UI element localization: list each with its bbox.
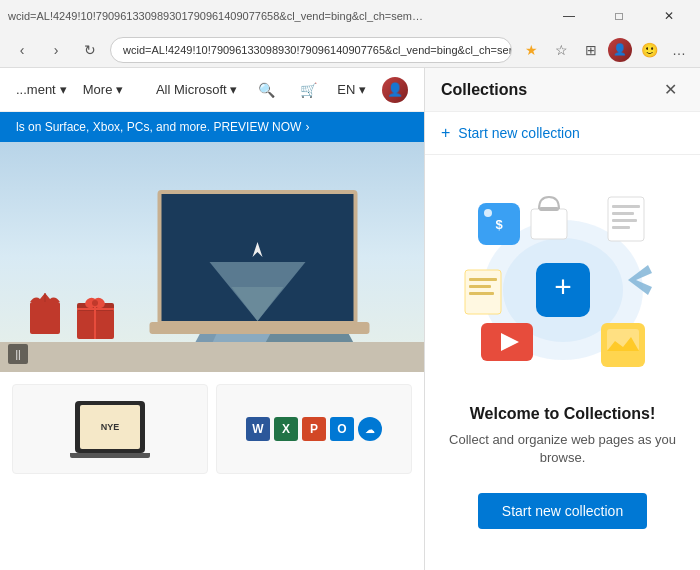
nav-lang-label: EN ▾ [337, 82, 366, 97]
site-avatar[interactable]: 👤 [382, 77, 408, 103]
title-bar-left: wcid=AL!4249!10!790961330989301790961409… [8, 10, 428, 22]
banner-arrow: › [305, 120, 309, 134]
nav-all-microsoft[interactable]: All Microsoft ▾ [156, 82, 237, 97]
powerpoint-icon: P [302, 417, 326, 441]
address-icons: ★ ☆ ⊞ 👤 🙂 … [518, 37, 692, 63]
svg-rect-32 [469, 278, 497, 281]
hero-area: || [0, 142, 424, 372]
start-new-collection-button[interactable]: Start new collection [478, 493, 647, 529]
address-bar: ‹ › ↻ wcid=AL!4249!10!79096133098930!790… [0, 32, 700, 68]
svg-rect-28 [612, 212, 634, 215]
site-nav: ...ment ▾ More ▾ All Microsoft ▾ 🔍 🛒 EN … [0, 68, 424, 112]
products-grid: NYE W X P O ☁ [0, 372, 424, 486]
onedrive-icon: ☁ [358, 417, 382, 441]
gift-shirt-svg [25, 287, 65, 337]
svg-rect-12 [30, 302, 60, 334]
svg-rect-43 [539, 207, 559, 211]
gift-box-svg [73, 287, 118, 342]
nav-item-more[interactable]: More ▾ [83, 82, 124, 97]
pause-button[interactable]: || [8, 344, 28, 364]
site-avatar-img: 👤 [387, 82, 403, 97]
tablet-screen-label: NYE [80, 405, 140, 449]
nav-item-ment[interactable]: ...ment ▾ [16, 82, 67, 97]
product-card-office[interactable]: W X P O ☁ [216, 384, 412, 474]
nav-item-more-label: More [83, 82, 113, 97]
svg-point-25 [484, 209, 492, 217]
collections-close-button[interactable]: ✕ [656, 76, 684, 104]
new-collection-label: Start new collection [458, 125, 579, 141]
welcome-desc: Collect and organize web pages as you br… [445, 431, 680, 467]
svg-rect-29 [612, 219, 637, 222]
title-bar-controls: — □ ✕ [546, 0, 692, 32]
product-card-tablet[interactable]: NYE [12, 384, 208, 474]
svg-rect-5 [0, 342, 424, 372]
emoji-icon[interactable]: 🙂 [636, 37, 662, 63]
site-banner: ls on Surface, Xbox, PCs, and more. PREV… [0, 112, 424, 142]
close-icon: ✕ [664, 80, 677, 99]
collections-toolbar-icon[interactable]: ⊞ [578, 37, 604, 63]
svg-rect-27 [612, 205, 640, 208]
address-text: wcid=AL!4249!10!79096133098930!790961409… [123, 44, 512, 56]
banner-text: ls on Surface, Xbox, PCs, and more. PREV… [16, 120, 301, 134]
nav-lang[interactable]: EN ▾ [337, 82, 366, 97]
welcome-title: Welcome to Collections! [445, 405, 680, 423]
site-cart-icon[interactable]: 🛒 [295, 77, 321, 103]
office-icons-group: W X P O ☁ [246, 417, 382, 441]
svg-rect-34 [469, 292, 494, 295]
tablet-illustration: NYE [70, 401, 150, 458]
title-bar-url: wcid=AL!4249!10!790961330989301790961409… [8, 10, 428, 22]
hero-bg: || [0, 142, 424, 372]
address-input[interactable]: wcid=AL!4249!10!79096133098930!790961409… [110, 37, 512, 63]
close-button[interactable]: ✕ [646, 0, 692, 32]
more-menu-icon[interactable]: … [666, 37, 692, 63]
browser-content: ...ment ▾ More ▾ All Microsoft ▾ 🔍 🛒 EN … [0, 68, 425, 570]
site-search-icon[interactable]: 🔍 [253, 77, 279, 103]
collections-body: $ [425, 155, 700, 570]
maximize-button[interactable]: □ [596, 0, 642, 32]
pause-icon: || [15, 349, 20, 360]
outlook-icon: O [330, 417, 354, 441]
svg-rect-42 [531, 209, 567, 239]
refresh-button[interactable]: ↻ [76, 36, 104, 64]
back-button[interactable]: ‹ [8, 36, 36, 64]
nav-caret-ment: ▾ [60, 82, 67, 97]
avatar-initial: 👤 [613, 43, 627, 56]
collections-panel: Collections ✕ + Start new collection [425, 68, 700, 570]
svg-point-20 [92, 300, 98, 306]
collections-welcome-text: Welcome to Collections! Collect and orga… [425, 405, 700, 477]
forward-button[interactable]: › [42, 36, 70, 64]
main-area: ...ment ▾ More ▾ All Microsoft ▾ 🔍 🛒 EN … [0, 68, 700, 570]
minimize-button[interactable]: — [546, 0, 592, 32]
new-collection-bar[interactable]: + Start new collection [425, 112, 700, 155]
tablet-keyboard [70, 453, 150, 458]
collections-title: Collections [441, 81, 527, 99]
title-bar: wcid=AL!4249!10!790961330989301790961409… [0, 0, 700, 32]
svg-rect-30 [612, 226, 630, 229]
svg-text:+: + [554, 270, 572, 303]
svg-text:$: $ [495, 217, 503, 232]
star-icon[interactable]: ★ [518, 37, 544, 63]
start-btn-container: Start new collection [458, 477, 667, 545]
nav-caret-more: ▾ [116, 82, 123, 97]
excel-icon: X [274, 417, 298, 441]
plus-icon: + [441, 124, 450, 142]
word-icon: W [246, 417, 270, 441]
gift-bags [25, 287, 118, 342]
avatar[interactable]: 👤 [608, 38, 632, 62]
nav-all-microsoft-label: All Microsoft ▾ [156, 82, 237, 97]
collections-illustration: $ [453, 175, 673, 395]
nav-item-ment-label: ...ment [16, 82, 56, 97]
collections-header: Collections ✕ [425, 68, 700, 112]
bookmark-icon[interactable]: ☆ [548, 37, 574, 63]
collections-welcome-svg: $ [453, 175, 673, 395]
svg-rect-33 [469, 285, 491, 288]
